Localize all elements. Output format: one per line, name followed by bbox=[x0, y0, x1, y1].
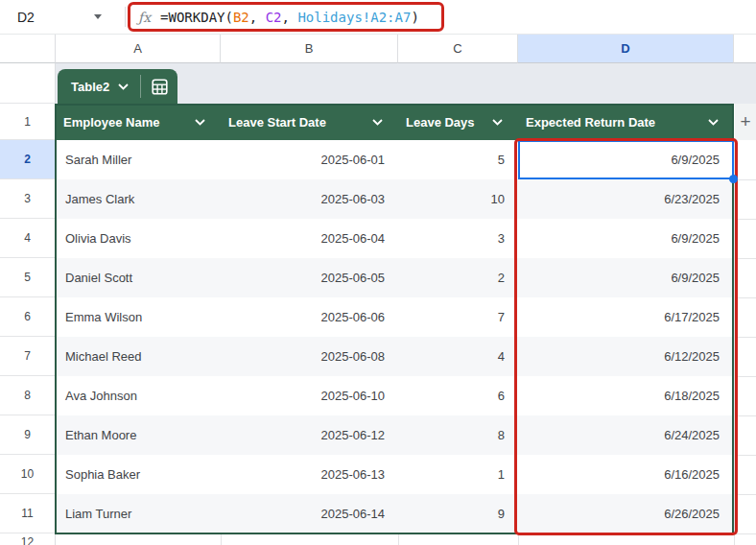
row-header-9[interactable]: 9 bbox=[0, 415, 56, 455]
table-header-row: Employee NameLeave Start DateLeave DaysE… bbox=[56, 104, 734, 140]
formula-token: =WORKDAY( bbox=[160, 10, 233, 25]
gridline bbox=[734, 219, 756, 220]
table-row: Sarah Miller2025-06-0156/9/2025 bbox=[56, 140, 734, 179]
cell-leave-days[interactable]: 9 bbox=[398, 494, 518, 533]
row-header-8[interactable]: 8 bbox=[0, 376, 56, 415]
column-filter-chevron-icon[interactable] bbox=[708, 119, 719, 126]
cell-leave-days[interactable]: 5 bbox=[398, 140, 518, 179]
table-column-header-label: Leave Days bbox=[406, 115, 475, 130]
formula-token: , bbox=[282, 10, 298, 25]
table-column-header[interactable]: Expected Return Date bbox=[518, 104, 734, 140]
cell-expected-return-date[interactable]: 6/24/2025 bbox=[518, 415, 734, 455]
column-filter-chevron-icon[interactable] bbox=[195, 119, 205, 126]
formula-bar-divider bbox=[125, 7, 126, 27]
row-header-11[interactable]: 11 bbox=[0, 494, 56, 533]
cell-leave-start-date[interactable]: 2025-06-01 bbox=[221, 140, 398, 179]
table-name-menu[interactable]: Table2 bbox=[58, 69, 140, 104]
gridline bbox=[518, 534, 519, 545]
cell-leave-start-date[interactable]: 2025-06-04 bbox=[221, 219, 398, 258]
cell-employee-name[interactable]: Sophia Baker bbox=[56, 455, 221, 494]
cell-expected-return-date[interactable]: 6/9/2025 bbox=[518, 219, 734, 258]
cell-employee-name[interactable]: Liam Turner bbox=[56, 494, 221, 533]
column-header-a[interactable]: A bbox=[56, 35, 221, 63]
column-filter-chevron-icon[interactable] bbox=[372, 119, 383, 126]
gridline bbox=[734, 494, 756, 495]
gridline bbox=[734, 140, 735, 545]
column-header-b[interactable]: B bbox=[221, 35, 398, 63]
cell-employee-name[interactable]: Daniel Scott bbox=[56, 258, 221, 297]
cell-expected-return-date[interactable]: 6/12/2025 bbox=[518, 337, 734, 376]
table-row: Olivia Davis2025-06-0436/9/2025 bbox=[56, 219, 734, 258]
table-column-header-label: Expected Return Date bbox=[526, 115, 655, 130]
cell-leave-days[interactable]: 1 bbox=[398, 455, 518, 494]
cell-leave-start-date[interactable]: 2025-06-12 bbox=[221, 415, 398, 455]
table-row: Ethan Moore2025-06-1286/24/2025 bbox=[56, 415, 734, 455]
name-box[interactable]: D2 bbox=[0, 0, 125, 34]
formula-bar: D2 ƒx =WORKDAY(B2, C2, Holidays!A2:A7) bbox=[0, 0, 756, 35]
cell-leave-start-date[interactable]: 2025-06-08 bbox=[221, 337, 398, 376]
table-name: Table2 bbox=[71, 80, 109, 94]
column-filter-chevron-icon[interactable] bbox=[492, 119, 503, 126]
cell-leave-days[interactable]: 3 bbox=[398, 219, 518, 258]
table-grid-button[interactable] bbox=[141, 69, 177, 104]
row-header-10[interactable]: 10 bbox=[0, 455, 56, 494]
cell-employee-name[interactable]: Sarah Miller bbox=[56, 140, 221, 179]
column-header-d[interactable]: D bbox=[518, 35, 734, 63]
grid-corner-cell[interactable] bbox=[0, 35, 56, 63]
cell-employee-name[interactable]: Michael Reed bbox=[56, 337, 221, 376]
row-header-7[interactable]: 7 bbox=[0, 337, 56, 376]
formula-token: , bbox=[249, 10, 266, 25]
cell-expected-return-date[interactable]: 6/23/2025 bbox=[518, 179, 734, 219]
name-box-dropdown-icon[interactable] bbox=[94, 14, 102, 19]
formula-token: ) bbox=[411, 10, 418, 25]
cell-leave-start-date[interactable]: 2025-06-14 bbox=[221, 494, 398, 533]
cell-leave-days[interactable]: 6 bbox=[398, 376, 518, 415]
add-column-button[interactable]: + bbox=[735, 104, 756, 140]
cell-expected-return-date[interactable]: 6/16/2025 bbox=[518, 455, 734, 494]
row-header-12[interactable]: 12 bbox=[0, 533, 56, 545]
cell-employee-name[interactable]: Emma Wilson bbox=[56, 297, 221, 337]
cell-expected-return-date[interactable]: 6/26/2025 bbox=[518, 494, 734, 533]
row-header-6[interactable]: 6 bbox=[0, 297, 56, 337]
table-chip: Table2 bbox=[58, 69, 177, 104]
cell-leave-days[interactable]: 8 bbox=[398, 415, 518, 455]
cell-employee-name[interactable]: Ava Johnson bbox=[56, 376, 221, 415]
cell-leave-start-date[interactable]: 2025-06-13 bbox=[221, 455, 398, 494]
table-column-header-label: Leave Start Date bbox=[228, 115, 326, 130]
gridline bbox=[734, 415, 756, 416]
table-row: Liam Turner2025-06-1496/26/2025 bbox=[56, 494, 734, 533]
row-header-1[interactable]: 1 bbox=[0, 104, 56, 140]
fx-icon: ƒx bbox=[138, 10, 151, 25]
cell-leave-days[interactable]: 2 bbox=[398, 258, 518, 297]
fill-handle[interactable] bbox=[729, 175, 738, 183]
cell-expected-return-date[interactable]: 6/9/2025 bbox=[518, 140, 734, 179]
cell-leave-start-date[interactable]: 2025-06-03 bbox=[221, 179, 398, 219]
formula-token: B2 bbox=[233, 10, 249, 25]
cell-leave-start-date[interactable]: 2025-06-06 bbox=[221, 297, 398, 337]
cell-employee-name[interactable]: James Clark bbox=[56, 179, 221, 219]
cell-leave-days[interactable]: 10 bbox=[398, 179, 518, 219]
cell-leave-start-date[interactable]: 2025-06-05 bbox=[221, 258, 398, 297]
cell-employee-name[interactable]: Ethan Moore bbox=[56, 415, 221, 455]
row-header-3[interactable]: 3 bbox=[0, 179, 56, 219]
row-header-4[interactable]: 4 bbox=[0, 219, 56, 258]
table-row: Sophia Baker2025-06-1316/16/2025 bbox=[56, 455, 734, 494]
column-header-c[interactable]: C bbox=[398, 35, 518, 63]
row-header-2[interactable]: 2 bbox=[0, 140, 56, 179]
cell-expected-return-date[interactable]: 6/9/2025 bbox=[518, 258, 734, 297]
table-row: Emma Wilson2025-06-0676/17/2025 bbox=[56, 297, 734, 337]
cell-leave-days[interactable]: 4 bbox=[398, 337, 518, 376]
cell-leave-days[interactable]: 7 bbox=[398, 297, 518, 337]
table-row: Michael Reed2025-06-0846/12/2025 bbox=[56, 337, 734, 376]
cell-employee-name[interactable]: Olivia Davis bbox=[56, 219, 221, 258]
active-cell-reference: D2 bbox=[17, 10, 35, 25]
cell-expected-return-date[interactable]: 6/17/2025 bbox=[518, 297, 734, 337]
cell-expected-return-date[interactable]: 6/18/2025 bbox=[518, 376, 734, 415]
row-header-5[interactable]: 5 bbox=[0, 258, 56, 297]
cell-leave-start-date[interactable]: 2025-06-10 bbox=[221, 376, 398, 415]
table-column-header[interactable]: Leave Start Date bbox=[221, 104, 398, 140]
gridline bbox=[734, 337, 756, 338]
table-column-header[interactable]: Employee Name bbox=[56, 104, 221, 140]
table-column-header[interactable]: Leave Days bbox=[398, 104, 518, 140]
formula-input[interactable]: ƒx =WORKDAY(B2, C2, Holidays!A2:A7) bbox=[128, 2, 444, 32]
